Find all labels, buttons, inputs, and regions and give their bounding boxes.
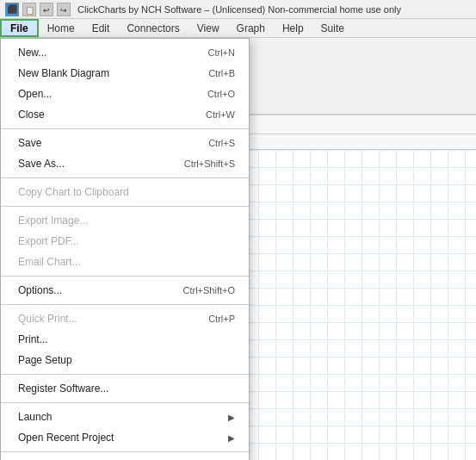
redo-icon[interactable]: ↪ [57, 3, 71, 16]
menu-connectors[interactable]: Connectors [118, 19, 188, 37]
menu-item-save-as[interactable]: Save As... Ctrl+Shift+S [1, 153, 249, 174]
separator-3 [1, 206, 249, 207]
separator-4 [1, 276, 249, 277]
menu-item-new-blank[interactable]: New Blank Diagram Ctrl+B [1, 63, 249, 84]
open-recent-arrow-icon: ▶ [228, 433, 235, 443]
menu-help[interactable]: Help [274, 19, 312, 37]
undo-icon[interactable]: ↩ [40, 3, 53, 16]
title-text: ClickCharts by NCH Software – (Unlicense… [77, 4, 401, 15]
menu-item-export-image: Export Image... [1, 210, 249, 231]
menu-edit[interactable]: Edit [83, 19, 119, 37]
menu-item-quick-print: Quick Print... Ctrl+P [1, 308, 249, 329]
app-icon-2: 📋 [22, 3, 36, 16]
menu-item-options[interactable]: Options... Ctrl+Shift+O [1, 280, 249, 301]
title-bar-icons: ⬛ 📋 ↩ ↪ [5, 3, 71, 16]
app-icon-1: ⬛ [5, 3, 19, 16]
separator-8 [1, 451, 249, 452]
menu-item-launch[interactable]: Launch ▶ [1, 407, 249, 427]
menu-item-save[interactable]: Save Ctrl+S [1, 133, 249, 153]
menu-item-close[interactable]: Close Ctrl+W [1, 104, 249, 125]
menu-graph[interactable]: Graph [228, 19, 274, 37]
menu-item-email-chart: Email Chart... [1, 252, 249, 272]
launch-arrow-icon: ▶ [228, 413, 235, 422]
title-bar: ⬛ 📋 ↩ ↪ ClickCharts by NCH Software – (U… [0, 0, 476, 19]
menu-view[interactable]: View [189, 19, 228, 37]
separator-2 [1, 177, 249, 178]
menu-item-register[interactable]: Register Software... [1, 378, 249, 399]
menu-bar: File Home Edit Connectors View Graph Hel… [0, 19, 476, 38]
menu-item-open[interactable]: Open... Ctrl+O [1, 84, 249, 104]
separator-1 [1, 128, 249, 129]
separator-7 [1, 402, 249, 403]
menu-home[interactable]: Home [39, 19, 83, 37]
file-dropdown-menu: New... Ctrl+N New Blank Diagram Ctrl+B O… [0, 38, 250, 460]
separator-5 [1, 304, 249, 305]
menu-item-exit[interactable]: Exit Alt+F4 [1, 456, 249, 460]
menu-item-export-pdf: Export PDF... [1, 231, 249, 252]
menu-item-new[interactable]: New... Ctrl+N [1, 42, 249, 63]
app-window: ⬛ 📋 ↩ ↪ ClickCharts by NCH Software – (U… [0, 0, 476, 460]
menu-item-copy-chart: Copy Chart to Clipboard [1, 182, 249, 202]
menu-item-print[interactable]: Print... [1, 329, 249, 350]
menu-item-page-setup[interactable]: Page Setup [1, 350, 249, 370]
separator-6 [1, 374, 249, 375]
menu-suite[interactable]: Suite [312, 19, 353, 37]
menu-file[interactable]: File [0, 19, 39, 37]
menu-item-open-recent[interactable]: Open Recent Project ▶ [1, 427, 249, 448]
